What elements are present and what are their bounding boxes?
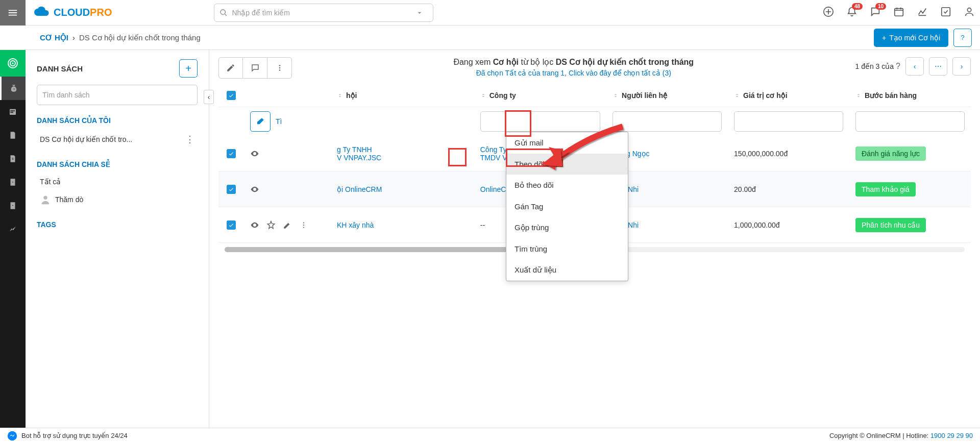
dropdown-follow[interactable]: Theo dõi (506, 154, 628, 175)
row-name[interactable]: KH xây nhà (337, 221, 374, 229)
avatar-icon (40, 194, 51, 205)
th-stage[interactable]: Bước bán hàng (849, 87, 971, 104)
breadcrumb-row: CƠ HỘI › DS Cơ hội dự kiến chốt trong th… (0, 26, 980, 50)
rail-invoice[interactable]: $ (0, 147, 26, 170)
grid-icon (8, 107, 17, 116)
row-name[interactable]: ội OnlineCRM (337, 185, 382, 193)
doc-dollar-icon: $ (8, 154, 17, 163)
star-icon[interactable] (266, 220, 276, 230)
prev-page-button[interactable]: ‹ (905, 57, 924, 76)
analytics-button[interactable] (917, 6, 928, 19)
sidebar-item-my-list[interactable]: DS Cơ hội dự kiến chốt tro... ⋮ (37, 130, 198, 149)
rail-download[interactable] (0, 170, 26, 194)
page-info: 1 đến 3 của? (855, 62, 900, 71)
select-all-checkbox[interactable] (227, 91, 236, 100)
pencil-icon[interactable] (283, 220, 292, 230)
hamburger-icon (7, 7, 18, 18)
view-description: Đang xem Cơ hội từ bộ lọc DS Cơ hội dự k… (292, 57, 855, 67)
quick-add-button[interactable] (823, 6, 834, 19)
row-value: 1,000,000.00đ (728, 217, 849, 233)
actions-dropdown: Gửi mail Theo dõi Bỏ theo dõi Gán Tag Gộ… (506, 132, 628, 281)
rail-upload[interactable] (0, 194, 26, 217)
rail-deals[interactable] (0, 77, 26, 100)
notifications-button[interactable]: 48 (846, 6, 857, 19)
footer-bot-text: Bot hỗ trợ sử dụng trực tuyến 24/24 (21, 432, 128, 439)
speech-icon (251, 63, 260, 72)
search-icon (219, 9, 228, 17)
th-name[interactable]: hội (331, 87, 474, 104)
create-button[interactable]: + Tạo mới Cơ hội (874, 29, 948, 47)
dropdown-tag[interactable]: Gán Tag (506, 196, 628, 217)
rail-calendar[interactable] (0, 100, 26, 124)
dropdown-export[interactable]: Xuất dữ liệu (506, 259, 628, 281)
checkbox-icon (940, 6, 951, 17)
scrollbar-thumb[interactable] (225, 247, 521, 252)
hamburger-menu[interactable] (0, 0, 26, 26)
breadcrumb-root[interactable]: CƠ HỘI (40, 33, 68, 42)
sort-icon (480, 92, 486, 99)
more-tool-button[interactable] (267, 57, 292, 79)
rail-quotes[interactable] (0, 124, 26, 147)
next-page-button[interactable]: › (952, 57, 971, 76)
logo[interactable]: CLOUDPRO (33, 7, 112, 19)
profile-button[interactable] (964, 6, 975, 19)
th-company[interactable]: Công ty (474, 87, 606, 104)
svg-point-9 (43, 196, 47, 200)
dropdown-unfollow[interactable]: Bỏ theo dõi (506, 175, 628, 196)
row-checkbox[interactable] (227, 220, 236, 230)
dropdown-send-mail[interactable]: Gửi mail (506, 132, 628, 154)
filter-search-link[interactable]: Tì (276, 117, 282, 126)
sidebar-search-input[interactable] (37, 85, 198, 105)
row-name[interactable]: g Ty TNHHV VNPAY.JSC (337, 145, 381, 162)
rail-target[interactable] (0, 50, 26, 77)
svg-rect-2 (942, 8, 950, 16)
edit-tool-button[interactable] (218, 57, 243, 79)
sidebar-section-shared: DANH SÁCH CHIA SẺ (37, 160, 198, 168)
kebab-icon (275, 63, 284, 72)
row-stage: Tham khảo giá (855, 182, 916, 196)
messages-button[interactable]: 10 (870, 6, 881, 19)
sidebar-title: DANH SÁCH (37, 64, 83, 73)
footer-hotline[interactable]: 1900 29 29 90 (930, 432, 973, 439)
footer-copyright: Copyright © OnlineCRM (829, 432, 901, 439)
more-pages-button[interactable]: ⋯ (929, 57, 947, 76)
messenger-icon[interactable] (7, 431, 17, 441)
more-icon[interactable]: ⋮ (185, 134, 194, 145)
top-header: CLOUDPRO Nhập để tìm kiếm 48 10 (0, 0, 980, 26)
row-value: 150,000,000.00đ (728, 145, 849, 162)
filter-stage-input[interactable] (855, 111, 965, 132)
filter-contact-input[interactable] (612, 111, 722, 132)
upload-icon (8, 201, 17, 210)
eye-icon[interactable] (250, 220, 259, 230)
filter-value-input[interactable] (734, 111, 843, 132)
help-button[interactable]: ? (953, 29, 972, 47)
global-search[interactable]: Nhập để tìm kiếm (214, 4, 433, 22)
comment-tool-button[interactable] (243, 57, 267, 79)
eye-icon[interactable] (250, 149, 259, 158)
logo-text-cloud: CLOUD (54, 7, 90, 18)
sidebar-item-all[interactable]: Tất cả (37, 174, 198, 190)
sort-icon (612, 92, 619, 99)
doc-money-icon (8, 131, 17, 140)
dropdown-find-dup[interactable]: Tìm trùng (506, 238, 628, 259)
add-list-button[interactable]: + (179, 59, 198, 78)
content-area: Đang xem Cơ hội từ bộ lọc DS Cơ hội dự k… (209, 50, 980, 428)
logo-text-pro: PRO (90, 7, 112, 18)
th-contact[interactable]: Người liên hệ (606, 87, 728, 104)
filter-company-input[interactable] (480, 111, 600, 132)
kebab-icon[interactable] (299, 220, 308, 230)
th-value[interactable]: Giá trị cơ hội (728, 87, 849, 104)
money-bag-icon (9, 84, 18, 93)
select-all-link[interactable]: Đã chọn Tất cả của trang 1, Click vào đâ… (292, 69, 855, 77)
tasks-button[interactable] (940, 6, 951, 19)
calendar-button[interactable] (893, 6, 904, 19)
footer: Bot hỗ trợ sử dụng trực tuyến 24/24 Copy… (0, 428, 980, 443)
eye-icon[interactable] (250, 185, 259, 194)
sidebar-item-probe[interactable]: Thăm dò (37, 190, 198, 209)
row-checkbox[interactable] (227, 149, 236, 158)
clear-filter-button[interactable] (250, 111, 271, 132)
rail-report[interactable] (0, 217, 26, 241)
chevron-left-icon: ‹ (914, 62, 916, 70)
dropdown-merge[interactable]: Gộp trùng (506, 217, 628, 238)
row-checkbox[interactable] (227, 185, 236, 194)
